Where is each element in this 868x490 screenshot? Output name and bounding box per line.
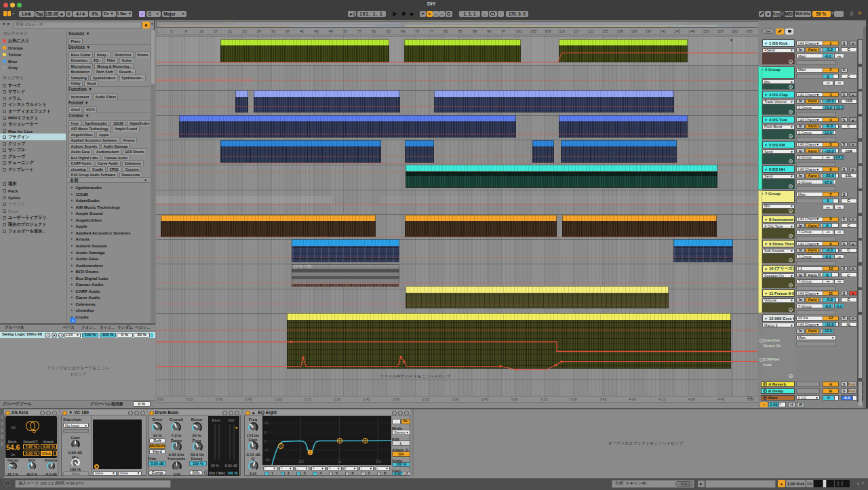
- svg-text:12: 12: [264, 421, 269, 425]
- svg-text:-6: -6: [264, 448, 268, 452]
- svg-text:0: 0: [264, 438, 267, 443]
- svg-text:100: 100: [298, 460, 304, 464]
- svg-text:6: 6: [264, 430, 267, 434]
- svg-text:-12: -12: [264, 457, 270, 461]
- svg-text:2: 2: [309, 450, 311, 454]
- svg-text:1k: 1k: [338, 460, 342, 464]
- svg-text:1: 1: [279, 444, 281, 448]
- svg-text:10k: 10k: [376, 460, 382, 464]
